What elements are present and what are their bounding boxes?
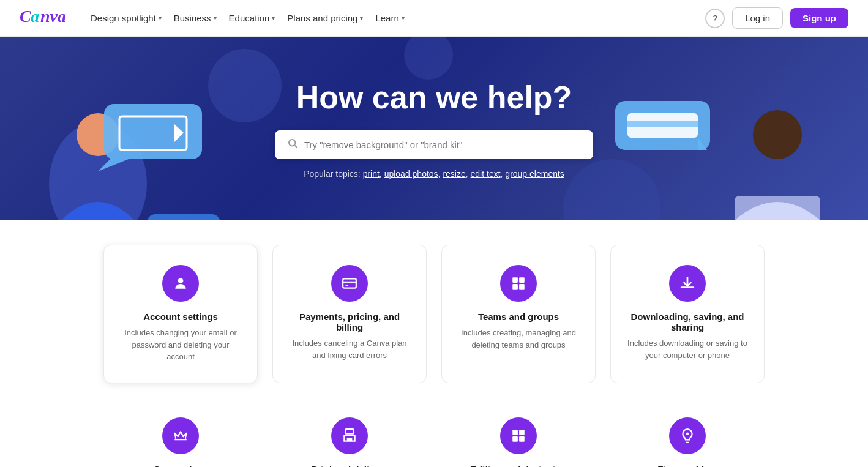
svg-rect-27 [512, 277, 518, 283]
svg-rect-10 [735, 196, 820, 220]
cards-row-2: Canva plans Includes Canva Pro, Canva fo… [67, 403, 801, 468]
svg-point-3 [49, 122, 147, 220]
card-editing[interactable]: Editing and designing Includes images, v… [441, 403, 596, 468]
svg-point-4 [77, 113, 119, 156]
svg-text:a: a [31, 7, 39, 26]
hero-title: How can we help? [275, 79, 593, 116]
search-bar [275, 130, 593, 159]
editing-icon [500, 417, 537, 454]
svg-rect-33 [512, 430, 518, 435]
popular-topics: Popular topics: print, upload photos, re… [275, 169, 593, 179]
topic-edit-text[interactable]: edit text [471, 169, 501, 179]
card-print-delivery[interactable]: Print and delivery Includes order status… [272, 403, 427, 468]
svg-rect-36 [519, 436, 525, 442]
svg-rect-30 [519, 284, 525, 290]
search-icon [287, 138, 298, 152]
hero-content: How can we help? Popular topics: print, … [275, 79, 593, 179]
svg-marker-8 [174, 124, 184, 142]
card-canva-plans-title: Canva plans [118, 464, 243, 468]
svg-rect-28 [519, 277, 525, 283]
signup-button[interactable]: Sign up [790, 8, 848, 28]
chevron-icon: ▾ [360, 15, 363, 21]
svg-rect-24 [343, 278, 356, 288]
nav-right: ? Log in Sign up [705, 7, 848, 29]
svg-rect-7 [119, 116, 187, 150]
card-editing-title: Editing and designing [456, 464, 581, 468]
cards-row-1: Account settings Includes changing your … [67, 245, 801, 383]
card-teams-desc: Includes creating, managing and deleting… [457, 327, 580, 351]
svg-point-21 [289, 140, 296, 146]
nav-education[interactable]: Education ▾ [224, 9, 280, 27]
svg-text:nva: nva [40, 7, 66, 26]
svg-rect-31 [346, 429, 354, 434]
canva-logo[interactable]: C a nva [20, 6, 69, 30]
svg-rect-32 [347, 438, 353, 441]
svg-marker-12 [698, 138, 707, 150]
topic-print[interactable]: print [363, 169, 380, 179]
card-account-title: Account settings [119, 312, 242, 322]
navigation: C a nva Design spotlight ▾ Business ▾ Ed… [0, 0, 868, 37]
svg-rect-29 [512, 284, 518, 290]
nav-links: Design spotlight ▾ Business ▾ Education … [86, 9, 410, 27]
topic-upload-photos[interactable]: upload photos [384, 169, 438, 179]
card-fix-title: Fix a problem [625, 464, 750, 468]
chevron-icon: ▾ [159, 15, 162, 21]
svg-rect-14 [627, 121, 698, 127]
crown-icon [162, 417, 199, 454]
card-teams[interactable]: Teams and groups Includes creating, mana… [441, 245, 596, 383]
payments-icon [331, 265, 368, 302]
print-icon [331, 417, 368, 454]
svg-point-15 [208, 49, 282, 122]
chevron-icon: ▾ [272, 15, 275, 21]
svg-point-23 [178, 278, 184, 283]
topic-group-elements[interactable]: group elements [505, 169, 564, 179]
nav-left: C a nva Design spotlight ▾ Business ▾ Ed… [20, 6, 410, 30]
card-account-desc: Includes changing your email or password… [119, 327, 242, 363]
topic-resize[interactable]: resize [443, 169, 465, 179]
card-payments-title: Payments, pricing, and billing [288, 312, 411, 332]
hero-section: ⬇ How can we help? Popular topics: print… [0, 37, 868, 220]
card-downloading[interactable]: Downloading, saving, and sharing Include… [610, 245, 765, 383]
svg-rect-34 [519, 430, 525, 435]
svg-text:C: C [20, 7, 31, 26]
card-payments-desc: Includes canceling a Canva plan and fixi… [288, 337, 411, 361]
chevron-icon: ▾ [402, 15, 405, 21]
svg-point-9 [753, 110, 802, 159]
svg-rect-35 [512, 436, 518, 442]
nav-design-spotlight[interactable]: Design spotlight ▾ [86, 9, 166, 27]
card-teams-title: Teams and groups [457, 312, 580, 322]
chevron-icon: ▾ [214, 15, 217, 21]
teams-icon [500, 265, 537, 302]
svg-line-22 [294, 145, 297, 148]
card-account-settings[interactable]: Account settings Includes changing your … [103, 245, 258, 383]
card-canva-plans[interactable]: Canva plans Includes Canva Pro, Canva fo… [103, 403, 258, 468]
lightbulb-icon [669, 417, 706, 454]
login-button[interactable]: Log in [732, 7, 783, 29]
svg-point-17 [404, 37, 453, 80]
svg-rect-5 [104, 104, 202, 159]
card-print-title: Print and delivery [287, 464, 412, 468]
card-payments[interactable]: Payments, pricing, and billing Includes … [272, 245, 427, 383]
svg-rect-13 [627, 113, 698, 138]
account-icon [162, 265, 199, 302]
svg-rect-11 [615, 101, 710, 150]
svg-point-37 [686, 432, 689, 435]
download-icon [669, 265, 706, 302]
svg-marker-6 [98, 159, 129, 171]
card-downloading-desc: Includes downloading or saving to your c… [626, 337, 749, 361]
help-button[interactable]: ? [705, 9, 725, 28]
nav-plans-pricing[interactable]: Plans and pricing ▾ [282, 9, 368, 27]
nav-learn[interactable]: Learn ▾ [370, 9, 409, 27]
card-fix-problem[interactable]: Fix a problem Need quick help? Browse fo… [610, 403, 765, 468]
nav-business[interactable]: Business ▾ [169, 9, 222, 27]
card-downloading-title: Downloading, saving, and sharing [626, 312, 749, 332]
svg-rect-18 [147, 214, 220, 220]
search-input[interactable] [304, 140, 581, 150]
